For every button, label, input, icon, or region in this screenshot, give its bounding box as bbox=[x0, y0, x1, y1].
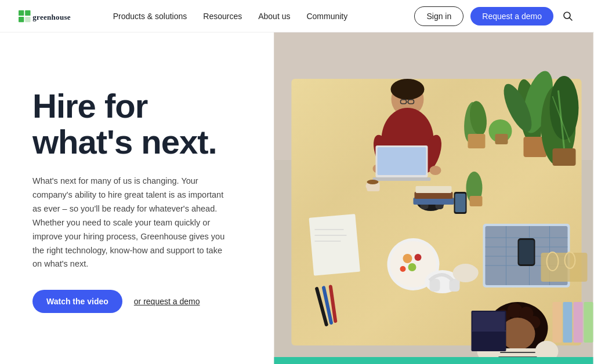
svg-rect-52 bbox=[309, 214, 360, 276]
nav-item-resources[interactable]: Resources bbox=[203, 12, 242, 21]
hero-content: Hire for what's next. What's next for ma… bbox=[0, 32, 273, 364]
hero-section: Hire for what's next. What's next for ma… bbox=[0, 32, 594, 364]
nav-links: Products & solutions Resources About us … bbox=[113, 12, 415, 21]
svg-rect-99 bbox=[473, 312, 505, 330]
search-icon bbox=[563, 11, 573, 21]
svg-rect-31 bbox=[468, 134, 486, 148]
svg-point-13 bbox=[391, 79, 425, 100]
signin-button[interactable]: Sign in bbox=[414, 6, 463, 26]
nav-item-about[interactable]: About us bbox=[258, 12, 290, 21]
navigation: greenhouse Products & solutions Resource… bbox=[0, 0, 594, 32]
request-demo-button[interactable]: Request a demo bbox=[470, 7, 553, 26]
svg-point-64 bbox=[400, 266, 406, 272]
nav-actions: Sign in Request a demo bbox=[414, 6, 575, 26]
request-demo-link[interactable]: or request a demo bbox=[134, 297, 200, 306]
svg-point-51 bbox=[367, 180, 379, 184]
hero-headline: Hire for what's next. bbox=[32, 88, 250, 161]
svg-rect-44 bbox=[416, 186, 452, 193]
svg-rect-48 bbox=[470, 196, 483, 206]
svg-point-63 bbox=[408, 263, 416, 271]
svg-rect-2 bbox=[25, 10, 30, 15]
svg-rect-33 bbox=[495, 134, 508, 144]
nav-item-products[interactable]: Products & solutions bbox=[113, 12, 187, 21]
svg-rect-23 bbox=[378, 147, 426, 175]
svg-rect-0 bbox=[19, 10, 24, 15]
hero-scene-svg bbox=[273, 32, 594, 364]
svg-text:greenhouse: greenhouse bbox=[32, 12, 71, 21]
svg-rect-69 bbox=[455, 267, 479, 278]
svg-point-35 bbox=[550, 76, 579, 140]
svg-point-62 bbox=[415, 254, 422, 261]
search-button[interactable] bbox=[560, 9, 575, 24]
svg-rect-103 bbox=[584, 302, 593, 343]
svg-point-21 bbox=[430, 166, 441, 175]
svg-rect-46 bbox=[455, 194, 466, 212]
svg-rect-101 bbox=[563, 302, 573, 343]
svg-rect-100 bbox=[553, 302, 562, 343]
watch-video-button[interactable]: Watch the video bbox=[32, 290, 122, 313]
hero-body-text: What's next for many of us is changing. … bbox=[32, 174, 230, 271]
greenhouse-logo-svg: greenhouse bbox=[19, 8, 95, 24]
svg-rect-80 bbox=[519, 240, 534, 264]
logo[interactable]: greenhouse bbox=[19, 8, 95, 24]
svg-point-61 bbox=[403, 254, 412, 263]
hero-image bbox=[273, 32, 594, 364]
svg-rect-24 bbox=[373, 177, 431, 181]
svg-rect-38 bbox=[553, 148, 576, 166]
hero-cta: Watch the video or request a demo bbox=[32, 290, 250, 313]
svg-rect-102 bbox=[574, 302, 583, 343]
svg-line-6 bbox=[570, 17, 573, 20]
svg-rect-104 bbox=[274, 357, 593, 364]
svg-rect-3 bbox=[25, 16, 30, 21]
svg-rect-1 bbox=[19, 16, 24, 21]
nav-item-community[interactable]: Community bbox=[306, 12, 347, 21]
